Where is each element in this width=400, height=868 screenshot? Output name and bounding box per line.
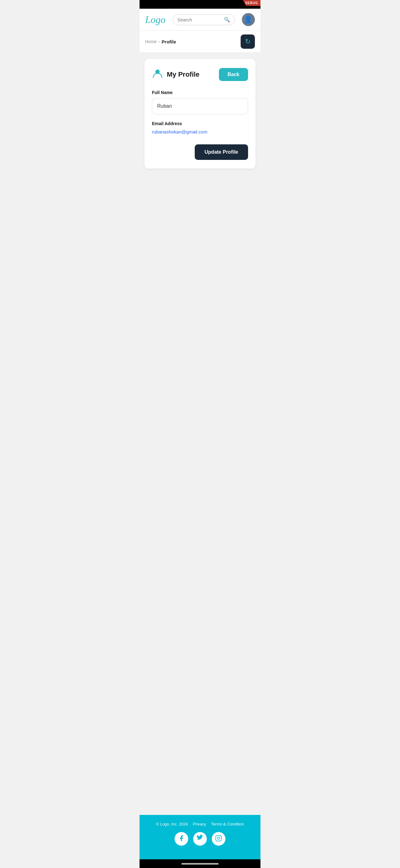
refresh-button[interactable]: ↻	[241, 34, 255, 49]
update-profile-button[interactable]: Update Profile	[195, 144, 248, 160]
footer-social	[145, 832, 255, 846]
email-label: Email Address	[152, 121, 248, 126]
instagram-button[interactable]	[212, 832, 226, 846]
breadcrumb-bar: Home › Profile ↻	[139, 31, 261, 53]
footer-links: © Logo, Inc. 2024 Privacy Terms & Condit…	[145, 822, 255, 827]
full-name-input[interactable]	[152, 98, 248, 114]
header: Logo 🔍 👤	[139, 9, 261, 31]
footer: © Logo, Inc. 2024 Privacy Terms & Condit…	[139, 815, 261, 859]
breadcrumb-current: Profile	[162, 39, 176, 44]
footer-terms-link[interactable]: Terms & Condition	[211, 822, 244, 827]
profile-card-header: My Profile Back	[152, 68, 248, 81]
update-btn-wrap: Update Profile	[152, 144, 248, 160]
home-bar	[181, 863, 219, 865]
breadcrumb-chevron: ›	[159, 39, 160, 44]
email-value: rubanashokan@gmail.com	[152, 129, 248, 134]
status-bar: DEBUG	[139, 0, 261, 9]
back-button[interactable]: Back	[219, 68, 248, 81]
profile-card: My Profile Back Full Name Email Address …	[144, 59, 256, 168]
breadcrumb: Home › Profile	[145, 39, 176, 44]
logo: Logo	[145, 14, 166, 26]
search-bar[interactable]: 🔍	[173, 14, 235, 25]
svg-rect-1	[216, 835, 222, 841]
avatar[interactable]: 👤	[242, 13, 255, 26]
search-input[interactable]	[177, 17, 222, 22]
profile-title-wrap: My Profile	[152, 68, 199, 81]
twitter-icon	[197, 835, 203, 843]
instagram-icon	[215, 835, 222, 843]
main-content: My Profile Back Full Name Email Address …	[139, 53, 261, 815]
refresh-icon: ↻	[245, 37, 251, 45]
search-icon: 🔍	[224, 17, 230, 23]
full-name-label: Full Name	[152, 90, 248, 95]
debug-badge: DEBUG	[243, 0, 261, 6]
home-indicator	[139, 859, 261, 868]
footer-privacy-link[interactable]: Privacy	[193, 822, 206, 827]
profile-title: My Profile	[167, 70, 199, 79]
profile-user-icon	[152, 68, 163, 81]
footer-copyright: © Logo, Inc. 2024	[156, 822, 188, 827]
twitter-button[interactable]	[193, 832, 207, 846]
facebook-button[interactable]	[174, 832, 188, 846]
breadcrumb-home[interactable]: Home	[145, 39, 157, 44]
avatar-icon: 👤	[244, 16, 253, 24]
facebook-icon	[178, 835, 185, 843]
